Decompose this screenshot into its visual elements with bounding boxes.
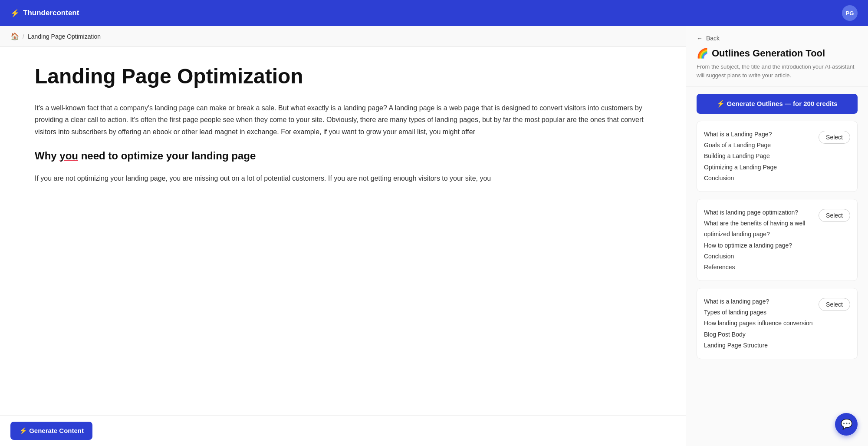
outline-item-text: What are the benefits of having a well o… [704,218,813,240]
outline-list: What is a Landing Page?Goals of a Landin… [686,121,868,446]
panel-description: From the subject, the title and the intr… [697,63,858,79]
outline-item-text: Building a Landing Page [704,151,813,162]
outline-item-text: References [704,262,813,273]
select-outline-3-button[interactable]: Select [819,298,850,311]
select-outline-1-button[interactable]: Select [819,131,850,144]
outline-item-text: Conclusion [704,173,813,184]
brand-logo: ⚡ Thundercontent [10,9,79,18]
outline-item-text: Landing Page Structure [704,340,813,351]
select-outline-2-button[interactable]: Select [819,209,850,222]
outline-option: What is a Landing Page?Goals of a Landin… [697,121,858,192]
outline-option: What is landing page optimization?What a… [697,199,858,281]
outline-items: What is landing page optimization?What a… [704,207,813,273]
article-subheading: Why you need to optimize your landing pa… [35,150,651,162]
back-arrow-icon: ← [697,35,703,42]
content-area: 🏠 / Landing Page Optimization Landing Pa… [0,26,686,446]
outline-item-text: How to optimize a landing page? [704,240,813,251]
panel-title-text: Outlines Generation Tool [712,48,825,59]
outline-item-text: What is a Landing Page? [704,129,813,140]
right-panel: ← Back 🌈 Outlines Generation Tool From t… [686,26,868,446]
generate-content-button[interactable]: ⚡ Generate Content [10,422,92,440]
article-body-2: If you are not optimizing your landing p… [35,172,651,184]
brand-name: Thundercontent [23,9,79,17]
outline-item-text: Goals of a Landing Page [704,140,813,151]
back-label: Back [706,35,720,42]
breadcrumb-current-page: Landing Page Optimization [28,33,101,40]
outline-item-text: Optimizing a Landing Page [704,162,813,173]
top-navigation: ⚡ Thundercontent PG [0,0,868,26]
underlined-word: you [59,150,78,162]
article-body-1: It's a well-known fact that a company's … [35,102,651,138]
chat-fab-button[interactable]: 💬 [835,413,858,436]
outline-item-text: Conclusion [704,251,813,262]
panel-header: ← Back 🌈 Outlines Generation Tool From t… [686,26,868,87]
breadcrumb: 🏠 / Landing Page Optimization [0,26,686,47]
outline-item-text: Types of landing pages [704,307,813,318]
main-layout: 🏠 / Landing Page Optimization Landing Pa… [0,26,868,446]
outline-item-text: What is landing page optimization? [704,207,813,218]
panel-title-icon: 🌈 [697,48,708,59]
user-avatar[interactable]: PG [842,5,858,21]
article-title: Landing Page Optimization [35,64,651,88]
back-button[interactable]: ← Back [697,35,720,42]
panel-title: 🌈 Outlines Generation Tool [697,48,858,59]
outline-option: What is a landing page?Types of landing … [697,288,858,359]
outline-item-text: Blog Post Body [704,329,813,340]
generate-outlines-button[interactable]: ⚡ Generate Outlines — for 200 credits [697,94,858,114]
bottom-bar: ⚡ Generate Content [0,415,686,446]
home-icon[interactable]: 🏠 [10,32,19,40]
breadcrumb-separator: / [23,33,24,40]
outline-items: What is a Landing Page?Goals of a Landin… [704,129,813,184]
outline-item-text: What is a landing page? [704,296,813,307]
outline-item-text: How landing pages influence conversion [704,318,813,329]
outline-items: What is a landing page?Types of landing … [704,296,813,351]
article-content: Landing Page Optimization It's a well-kn… [0,47,686,415]
brand-icon: ⚡ [10,9,20,18]
